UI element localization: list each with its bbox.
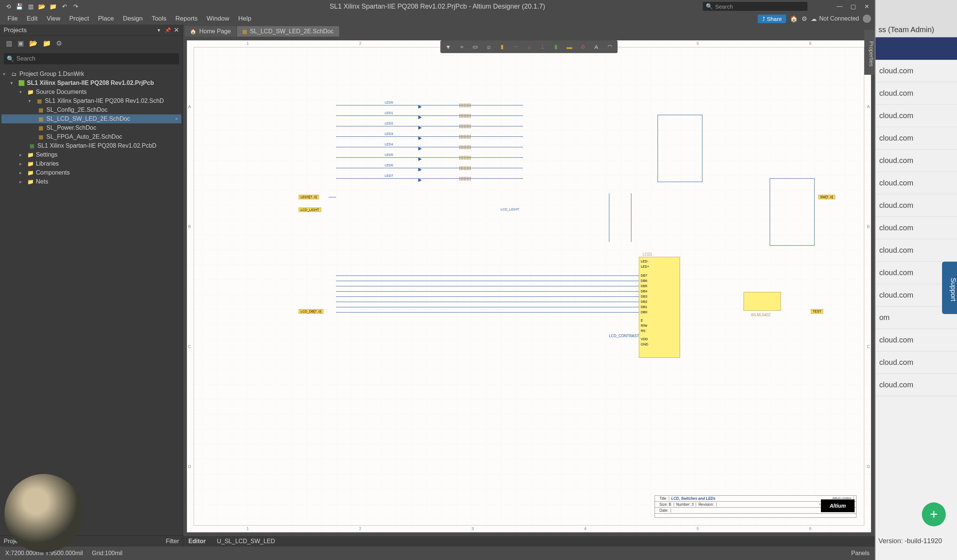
menu-help[interactable]: Help bbox=[234, 13, 256, 24]
text-icon[interactable]: A bbox=[591, 42, 601, 52]
sch-icon: ▦ bbox=[242, 28, 247, 35]
net-label-test: TEST bbox=[811, 309, 823, 314]
net-label-sw: SW[7..0] bbox=[818, 195, 835, 199]
projects-search[interactable]: 🔍 Search bbox=[4, 53, 179, 64]
tree-folder-nets[interactable]: ▸ 📁 Nets bbox=[2, 177, 181, 186]
sch-icon: ▦ bbox=[36, 98, 43, 104]
menu-design[interactable]: Design bbox=[118, 13, 147, 24]
tree-folder-libraries[interactable]: ▸ 📁 Libraries bbox=[2, 159, 181, 168]
menu-file[interactable]: File bbox=[3, 13, 22, 24]
tree-folder-components[interactable]: ▸ 📁 Components bbox=[2, 168, 181, 177]
tree-schdoc[interactable]: ▦ SL_Config_2E.SchDoc bbox=[2, 106, 181, 114]
undo-icon[interactable]: ↶ bbox=[60, 2, 69, 11]
folder-add-icon[interactable]: 📁 bbox=[43, 39, 51, 47]
net-label-lcd-light: LCD_LIGHT bbox=[299, 207, 321, 212]
save-icon[interactable]: 💾 bbox=[15, 2, 24, 11]
tree-project[interactable]: ▾ 🟩 SL1 Xilinx Spartan-IIE PQ208 Rev1.02… bbox=[2, 79, 181, 87]
cloud-icon: ☁ bbox=[811, 15, 817, 22]
global-search[interactable]: 🔍 Search bbox=[703, 2, 807, 11]
tab-home[interactable]: 🏠 Home Page bbox=[185, 26, 236, 36]
grid-size: Grid:100mil bbox=[92, 550, 123, 557]
team-admin-label: ss (Team Admin) bbox=[878, 25, 934, 34]
expand-icon[interactable]: ▾ bbox=[28, 98, 34, 104]
folder-icon[interactable]: 📁 bbox=[49, 2, 58, 11]
project-tree: ▾ 🗂 Project Group 1.DsnWrk ▾ 🟩 SL1 Xilin… bbox=[0, 66, 183, 535]
bg-row: cloud.com bbox=[875, 194, 957, 217]
menu-place[interactable]: Place bbox=[93, 13, 118, 24]
file-icon[interactable]: ▥ bbox=[6, 39, 12, 47]
box-icon[interactable]: ▣ bbox=[17, 39, 24, 47]
menu-edit[interactable]: Edit bbox=[22, 13, 42, 24]
folder-open-icon[interactable]: 📂 bbox=[29, 39, 37, 47]
tree-schdoc-selected[interactable]: ▦ SL_LCD_SW_LED_2E.SchDoc ▫ bbox=[2, 114, 181, 123]
menu-tools[interactable]: Tools bbox=[147, 13, 171, 24]
close-button[interactable]: ✕ bbox=[861, 2, 873, 11]
tab-schdoc[interactable]: ▦ SL_LCD_SW_LED_2E.SchDoc bbox=[237, 26, 339, 36]
mosfet-block bbox=[609, 193, 632, 242]
folder-icon: 📁 bbox=[27, 179, 34, 185]
expand-icon[interactable]: ▸ bbox=[19, 179, 25, 184]
folder-icon: 📁 bbox=[27, 89, 34, 95]
led-schematic-block: LED0 LED1 LED2 LED3 LED4 LED5 LED6 LED7 bbox=[336, 100, 523, 205]
sch-icon: ▦ bbox=[37, 107, 44, 113]
power-icon[interactable]: ⏚ bbox=[524, 42, 534, 52]
open-icon[interactable]: 📂 bbox=[37, 2, 46, 11]
panels-button[interactable]: Panels bbox=[851, 550, 870, 557]
port-icon[interactable]: ▮ bbox=[551, 42, 561, 52]
component-icon[interactable]: ▮ bbox=[497, 42, 507, 52]
error-icon[interactable]: ⊘ bbox=[578, 42, 587, 52]
user-avatar[interactable] bbox=[863, 14, 871, 23]
add-fab-button[interactable]: + bbox=[922, 502, 946, 526]
menu-reports[interactable]: Reports bbox=[171, 13, 202, 24]
tree-schdoc[interactable]: ▦ SL_Power.SchDoc bbox=[2, 123, 181, 133]
menu-view[interactable]: View bbox=[42, 13, 65, 24]
editor-tag: Editor bbox=[188, 538, 205, 545]
schematic-canvas[interactable]: 123456 123456 ABCD ABCD LED0 LED1 LED2 L… bbox=[187, 40, 871, 532]
home-icon[interactable]: 🏠 bbox=[790, 15, 798, 23]
expand-icon[interactable]: ▸ bbox=[19, 152, 25, 158]
tree-folder-settings[interactable]: ▸ 📁 Settings bbox=[2, 150, 181, 159]
redo-icon[interactable]: ↷ bbox=[71, 2, 80, 11]
support-tab[interactable]: Support bbox=[942, 262, 957, 314]
close-panel-icon[interactable]: ✕ bbox=[174, 26, 179, 34]
align-icon[interactable]: ⎅ bbox=[484, 42, 493, 52]
settings-gear-icon[interactable]: ⚙ bbox=[56, 39, 62, 47]
tree-source-docs[interactable]: ▾ 📁 Source Documents bbox=[2, 87, 181, 96]
maximize-button[interactable]: ▢ bbox=[847, 2, 859, 11]
connection-status[interactable]: ☁ Not Connected bbox=[811, 15, 859, 22]
dip-block bbox=[770, 178, 815, 246]
search-placeholder: Search bbox=[715, 3, 733, 10]
properties-panel-tab[interactable]: Properties bbox=[864, 30, 875, 75]
lcd-light-net: LCD_LIGHT bbox=[501, 207, 519, 211]
rect-icon[interactable]: ▭ bbox=[470, 42, 480, 52]
tree-schdoc[interactable]: ▦ SL_FPGA_Auto_2E.SchDoc bbox=[2, 133, 181, 141]
filter-icon[interactable]: ▼ bbox=[443, 42, 453, 52]
tree-pcbdoc[interactable]: ▦ SL1 Xilinx Spartan-IIE PQ208 Rev1.02.P… bbox=[2, 141, 181, 150]
pin-icon[interactable]: 📌 bbox=[165, 27, 171, 33]
minimize-button[interactable]: — bbox=[834, 2, 846, 11]
tree-schdoc[interactable]: ▾ ▦ SL1 Xilinx Spartan-IIE PQ208 Rev1.02… bbox=[2, 96, 181, 106]
add-icon[interactable]: ＋ bbox=[457, 42, 466, 52]
menu-project[interactable]: Project bbox=[65, 13, 93, 24]
bg-row: cloud.com bbox=[875, 172, 957, 194]
webcam-overlay bbox=[5, 474, 83, 552]
gear-icon[interactable]: ⚙ bbox=[801, 15, 807, 23]
tree-group[interactable]: ▾ 🗂 Project Group 1.DsnWrk bbox=[2, 69, 181, 79]
share-button[interactable]: ⤴ Share bbox=[758, 14, 786, 23]
expand-icon[interactable]: ▸ bbox=[19, 161, 25, 166]
filter-tab[interactable]: Filter bbox=[166, 538, 179, 545]
expand-icon[interactable]: ▾ bbox=[19, 89, 25, 95]
expand-icon[interactable]: ▸ bbox=[19, 170, 25, 175]
wire-icon[interactable]: 〰 bbox=[511, 42, 520, 52]
layers-icon[interactable]: ▥ bbox=[26, 2, 35, 11]
expand-icon[interactable]: ▾ bbox=[11, 80, 16, 85]
altium-logo: Altium bbox=[821, 499, 854, 512]
dropdown-icon[interactable]: ▼ bbox=[156, 28, 161, 33]
bg-row: cloud.com bbox=[875, 150, 957, 172]
ground-icon[interactable]: ⊥ bbox=[538, 42, 547, 52]
menu-window[interactable]: Window bbox=[202, 13, 234, 24]
bg-row: cloud.com bbox=[875, 60, 957, 82]
expand-icon[interactable]: ▾ bbox=[3, 71, 8, 77]
netlabel-icon[interactable]: ▬ bbox=[564, 42, 574, 52]
arc-icon[interactable]: ◠ bbox=[605, 42, 614, 52]
